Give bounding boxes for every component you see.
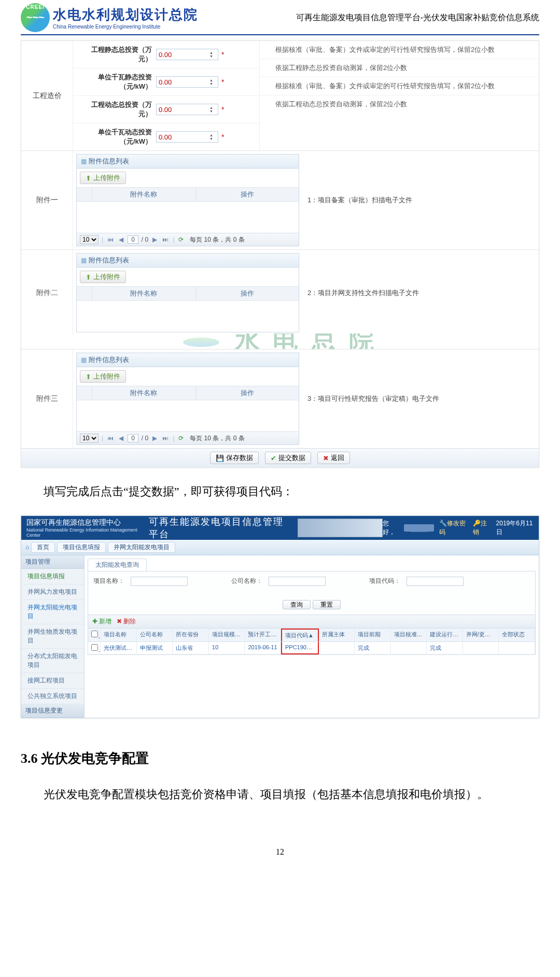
th-3[interactable]: 所在省份 [173, 629, 209, 641]
field-input-3[interactable]: 0.00▲▼ [156, 131, 218, 143]
td-9 [391, 642, 427, 654]
th-4[interactable]: 项目规模（MW） [209, 629, 245, 641]
field-input-2[interactable]: 0.00▲▼ [156, 104, 218, 115]
table-row[interactable]: 光伏测试项目申报测试山东省102019-06-11PPC190637020100… [88, 642, 535, 654]
sidebar-item-4[interactable]: 分布式太阳能发电项目 [21, 649, 84, 673]
sidebar-item-1[interactable]: 并网风力发电项目 [21, 584, 84, 600]
th-5[interactable]: 预计开工时间 [245, 629, 281, 641]
field-hint-1: 依据工程静态总投资自动测算，保留2位小数 [265, 63, 534, 73]
upload-button[interactable]: ⬆上传附件 [80, 271, 126, 283]
search-code-input[interactable] [407, 577, 464, 586]
th-7[interactable]: 所属主体 [319, 629, 355, 641]
upload-button[interactable]: ⬆上传附件 [80, 172, 126, 184]
platform-org-en: National Renewable Energy Information Ma… [26, 527, 142, 538]
spinner-icon[interactable]: ▲▼ [209, 78, 216, 86]
crumb-1[interactable]: 项目信息填报 [57, 542, 106, 553]
attach-empty-body [77, 301, 299, 332]
search-name-input[interactable] [131, 577, 188, 586]
td-10: 完成 [427, 642, 463, 654]
document-title: 可再生能源发电项目信息管理平台-光伏发电国家补贴竞价信息系统 [296, 12, 539, 23]
check-icon: ✔ [271, 454, 276, 462]
logo-acronym: CREEI [26, 4, 45, 10]
th-8[interactable]: 项目前期 [355, 629, 391, 641]
platform-title: 可再生能源发电项目信息管理平台 [149, 515, 290, 540]
attachment-block-1: 附件一▦附件信息列表⬆上传附件附件名称操作10|⏮◀0/ 0▶⏭|⟳每页 10 … [21, 150, 539, 249]
logout-link[interactable]: 🔑注销 [473, 519, 491, 537]
attach-note-1: 1：项目备案（审批）扫描电子文件 [302, 151, 539, 249]
required-mark: * [221, 50, 224, 59]
required-mark: * [221, 133, 224, 141]
platform-org: 国家可再生能源信息管理中心 [26, 518, 142, 527]
crumb-0[interactable]: 首页 [31, 542, 55, 553]
th-0[interactable] [88, 629, 101, 641]
reset-button[interactable]: 重置 [313, 600, 341, 609]
delete-button[interactable]: ✖ 删除 [117, 617, 136, 626]
search-company-input[interactable] [269, 577, 326, 586]
attach-table-head: 附件名称操作 [77, 286, 299, 301]
refresh-icon[interactable]: ⟳ [177, 236, 185, 243]
th-2[interactable]: 公司名称 [137, 629, 173, 641]
home-icon[interactable]: ⌂ [25, 543, 29, 551]
td-5: 2019-06-11 [245, 642, 281, 654]
sidebar-item-5[interactable]: 接网工程项目 [21, 673, 84, 689]
sidebar: 项目管理 项目信息填报并网风力发电项目并网太阳能光电项目并网生物质发电项目分布式… [21, 555, 85, 718]
th-12[interactable]: 全部状态 [499, 629, 535, 641]
side-group-1: 项目管理 [21, 555, 84, 569]
watermark-strip: 水 电 总 院 [21, 333, 539, 349]
pager: 10|⏮◀0/ 0▶⏭|⟳每页 10 条，共 0 条 [77, 431, 299, 444]
upload-icon: ⬆ [86, 174, 91, 182]
spinner-icon[interactable]: ▲▼ [209, 51, 216, 58]
back-button[interactable]: ✖返回 [317, 452, 350, 464]
sidebar-item-3[interactable]: 并网生物质发电项目 [21, 624, 84, 649]
save-button[interactable]: 💾保存数据 [210, 452, 259, 464]
field-input-0[interactable]: 0.00▲▼ [156, 49, 218, 60]
add-button[interactable]: ✚ 新增 [92, 617, 111, 626]
first-page-icon[interactable]: ⏮ [106, 236, 115, 243]
row-checkbox[interactable] [91, 644, 98, 651]
sidebar-item-2[interactable]: 并网太阳能光电项目 [21, 600, 84, 624]
refresh-icon[interactable]: ⟳ [177, 435, 185, 442]
first-page-icon[interactable]: ⏮ [106, 435, 115, 442]
logo-block: CREEI 水电水利规划设计总院 China Renewable Energy … [21, 3, 198, 32]
th-9[interactable]: 项目核准(备案) [391, 629, 427, 641]
attach-panel-title: ▦附件信息列表 [77, 254, 299, 268]
upload-button[interactable]: ⬆上传附件 [80, 370, 126, 383]
change-password-link[interactable]: 🔧修改密码 [439, 519, 468, 537]
grid-icon: ▦ [81, 158, 87, 165]
grid-icon: ▦ [81, 257, 87, 264]
platform-screenshot: 国家可再生能源信息管理中心 National Renewable Energy … [21, 515, 539, 718]
td-0[interactable] [88, 642, 101, 654]
td-2: 申报测试 [137, 642, 173, 654]
select-all-checkbox[interactable] [91, 631, 98, 637]
next-page-icon[interactable]: ▶ [151, 435, 158, 442]
query-tab[interactable]: 太阳能发电查询 [88, 559, 147, 571]
spinner-icon[interactable]: ▲▼ [209, 106, 216, 113]
attach-panel-title: ▦附件信息列表 [77, 155, 299, 169]
attach-label-2: 附件二 [21, 250, 73, 336]
page-size-select[interactable]: 10 [80, 434, 99, 443]
page-current[interactable]: 0 [128, 235, 138, 244]
th-10[interactable]: 建设运行信息 [427, 629, 463, 641]
th-6[interactable]: 项目代码▲ [281, 629, 319, 641]
submit-button[interactable]: ✔提交数据 [265, 452, 311, 464]
crumb-2[interactable]: 并网太阳能发电项目 [108, 542, 175, 553]
search-button[interactable]: 查询 [283, 600, 311, 609]
td-1: 光伏测试项目 [101, 642, 137, 654]
th-1[interactable]: 项目名称 [101, 629, 137, 641]
attach-note-3: 3：项目可行性研究报告（审定稿）电子文件 [302, 350, 539, 448]
sidebar-item-6[interactable]: 公共独立系统项目 [21, 689, 84, 704]
save-icon: 💾 [216, 454, 224, 462]
back-label: 返回 [331, 453, 344, 463]
prev-page-icon[interactable]: ◀ [118, 435, 124, 442]
field-input-1[interactable]: 0.00▲▼ [156, 76, 218, 88]
last-page-icon[interactable]: ⏭ [161, 435, 170, 442]
next-page-icon[interactable]: ▶ [151, 236, 158, 243]
form-action-bar: 💾保存数据 ✔提交数据 ✖返回 [21, 448, 539, 467]
th-11[interactable]: 并网/更新情况 [463, 629, 499, 641]
last-page-icon[interactable]: ⏭ [161, 236, 170, 243]
sidebar-item-0[interactable]: 项目信息填报 [21, 569, 84, 584]
prev-page-icon[interactable]: ◀ [118, 236, 124, 243]
spinner-icon[interactable]: ▲▼ [209, 133, 216, 141]
page-size-select[interactable]: 10 [80, 235, 99, 244]
page-current[interactable]: 0 [128, 434, 138, 442]
